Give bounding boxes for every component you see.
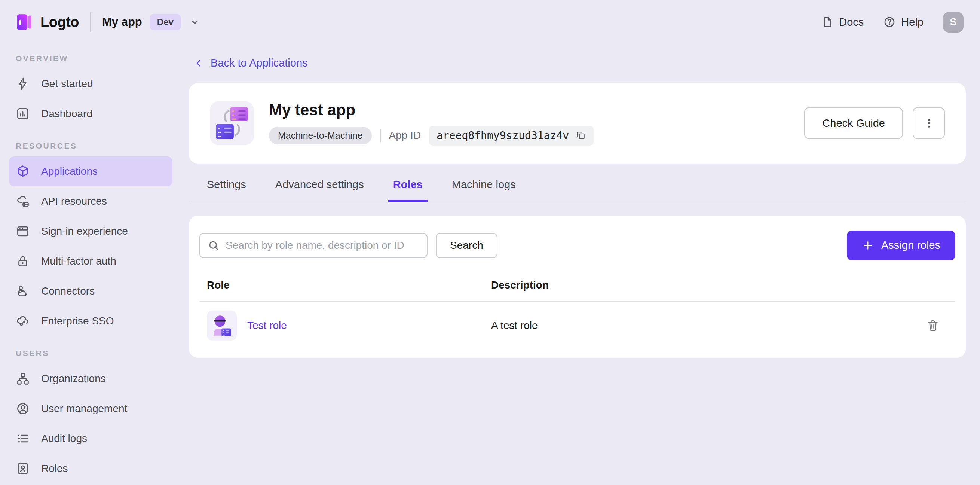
m2m-app-icon bbox=[210, 101, 254, 145]
list-icon bbox=[16, 431, 30, 446]
roles-panel: Search Assign roles Role Description bbox=[189, 215, 966, 358]
person-cloud-icon bbox=[16, 284, 30, 298]
sidebar-item-dashboard[interactable]: Dashboard bbox=[9, 99, 172, 129]
sidebar-item-label: Sign-in experience bbox=[41, 225, 128, 237]
tab-roles[interactable]: Roles bbox=[393, 179, 423, 201]
delete-role-button[interactable] bbox=[918, 319, 948, 332]
sidebar-item-label: User management bbox=[41, 403, 127, 415]
app-header-card: My test app Machine-to-Machine App ID ar… bbox=[189, 83, 966, 164]
sidebar-item-label: Audit logs bbox=[41, 432, 87, 445]
copy-icon[interactable] bbox=[576, 130, 586, 141]
sidebar-item-label: Connectors bbox=[41, 285, 95, 297]
search-box[interactable] bbox=[199, 233, 428, 258]
app-id-chip[interactable]: areeq8fhmy9szud31az4v bbox=[429, 126, 593, 145]
tab-machine-logs[interactable]: Machine logs bbox=[452, 179, 516, 201]
app-type-badge: Machine-to-Machine bbox=[269, 127, 372, 144]
sidebar: OVERVIEW Get started Dashboard RESOURCES… bbox=[0, 44, 181, 485]
org-chart-icon bbox=[16, 372, 30, 386]
topbar-divider bbox=[90, 12, 91, 32]
app-header-info: My test app Machine-to-Machine App ID ar… bbox=[269, 101, 593, 145]
browser-icon bbox=[16, 224, 30, 238]
sidebar-item-api-resources[interactable]: API resources bbox=[9, 187, 172, 216]
sidebar-item-label: Applications bbox=[41, 165, 98, 177]
search-icon bbox=[208, 239, 220, 252]
sidebar-item-label: Multi-factor auth bbox=[41, 255, 116, 267]
chevron-down-icon bbox=[189, 16, 200, 28]
user-circle-icon bbox=[16, 402, 30, 416]
tab-advanced-settings[interactable]: Advanced settings bbox=[275, 179, 364, 201]
section-label-users: USERS bbox=[9, 336, 172, 364]
search-input[interactable] bbox=[226, 239, 419, 252]
tab-bar: Settings Advanced settings Roles Machine… bbox=[189, 179, 966, 201]
sidebar-item-sign-in-experience[interactable]: Sign-in experience bbox=[9, 216, 172, 246]
kebab-icon bbox=[923, 117, 935, 129]
check-guide-button[interactable]: Check Guide bbox=[804, 107, 903, 139]
plus-icon bbox=[862, 239, 874, 252]
header-actions: Check Guide bbox=[804, 107, 945, 139]
sidebar-item-enterprise-sso[interactable]: Enterprise SSO bbox=[9, 306, 172, 336]
sidebar-item-label: Organizations bbox=[41, 373, 106, 385]
logto-logo[interactable]: Logto bbox=[15, 13, 79, 32]
lock-icon bbox=[16, 254, 30, 268]
assign-roles-label: Assign roles bbox=[881, 239, 940, 252]
section-label-resources: RESOURCES bbox=[9, 129, 172, 156]
section-label-overview: OVERVIEW bbox=[9, 46, 172, 69]
help-link[interactable]: Help bbox=[883, 16, 924, 29]
app-id-value: areeq8fhmy9szud31az4v bbox=[436, 129, 569, 142]
chevron-left-icon bbox=[193, 57, 205, 69]
sidebar-item-user-management[interactable]: User management bbox=[9, 394, 172, 424]
main-content: Back to Applications bbox=[181, 44, 980, 485]
topbar-actions: Docs Help S bbox=[821, 12, 964, 33]
app-id-label: App ID bbox=[389, 129, 421, 142]
current-app-name: My app bbox=[102, 15, 142, 29]
help-label: Help bbox=[901, 16, 924, 29]
back-link-label: Back to Applications bbox=[211, 57, 308, 69]
sidebar-item-applications[interactable]: Applications bbox=[9, 156, 172, 187]
topbar: Logto My app Dev Docs bbox=[0, 0, 980, 44]
column-header-actions bbox=[918, 279, 948, 291]
role-name-link[interactable]: Test role bbox=[247, 320, 287, 332]
roles-toolbar: Search Assign roles bbox=[199, 231, 955, 260]
app-switcher[interactable]: My app Dev bbox=[102, 14, 200, 30]
cube-icon bbox=[16, 164, 30, 179]
meta-divider bbox=[380, 129, 381, 142]
back-to-applications-link[interactable]: Back to Applications bbox=[193, 57, 308, 69]
sidebar-item-label: Roles bbox=[41, 463, 68, 474]
document-icon bbox=[821, 16, 834, 29]
table-row: Test role A test role bbox=[199, 302, 955, 349]
role-description: A test role bbox=[491, 320, 918, 332]
avatar-initial: S bbox=[950, 16, 957, 28]
tab-settings[interactable]: Settings bbox=[207, 179, 246, 201]
table-header-row: Role Description bbox=[199, 276, 955, 302]
avatar[interactable]: S bbox=[943, 12, 964, 33]
env-badge: Dev bbox=[150, 14, 181, 30]
sidebar-item-label: Get started bbox=[41, 78, 93, 90]
assign-roles-button[interactable]: Assign roles bbox=[847, 231, 955, 260]
sidebar-item-label: Dashboard bbox=[41, 108, 92, 120]
sidebar-item-roles[interactable]: Roles bbox=[9, 453, 172, 483]
sidebar-item-connectors[interactable]: Connectors bbox=[9, 276, 172, 306]
docs-link[interactable]: Docs bbox=[821, 16, 864, 29]
sidebar-item-label: API resources bbox=[41, 195, 107, 207]
help-icon bbox=[883, 16, 896, 29]
sidebar-item-get-started[interactable]: Get started bbox=[9, 69, 172, 99]
search-button[interactable]: Search bbox=[436, 233, 498, 258]
app-title: My test app bbox=[269, 101, 593, 119]
docs-label: Docs bbox=[839, 16, 864, 29]
sidebar-item-multi-factor-auth[interactable]: Multi-factor auth bbox=[9, 246, 172, 276]
logto-logo-icon bbox=[15, 13, 33, 32]
cloud-key-icon bbox=[16, 314, 30, 328]
m2m-role-icon bbox=[207, 311, 237, 341]
trash-icon bbox=[926, 319, 940, 332]
column-header-description: Description bbox=[491, 279, 918, 291]
sidebar-item-label: Enterprise SSO bbox=[41, 315, 114, 327]
roles-table: Role Description bbox=[199, 276, 955, 349]
cloud-server-icon bbox=[16, 194, 30, 209]
sidebar-item-organizations[interactable]: Organizations bbox=[9, 364, 172, 394]
sidebar-item-audit-logs[interactable]: Audit logs bbox=[9, 424, 172, 453]
column-header-role: Role bbox=[207, 279, 491, 291]
lightning-icon bbox=[16, 77, 30, 91]
bar-chart-icon bbox=[16, 107, 30, 121]
brand-name: Logto bbox=[40, 14, 79, 30]
more-actions-button[interactable] bbox=[913, 107, 945, 139]
